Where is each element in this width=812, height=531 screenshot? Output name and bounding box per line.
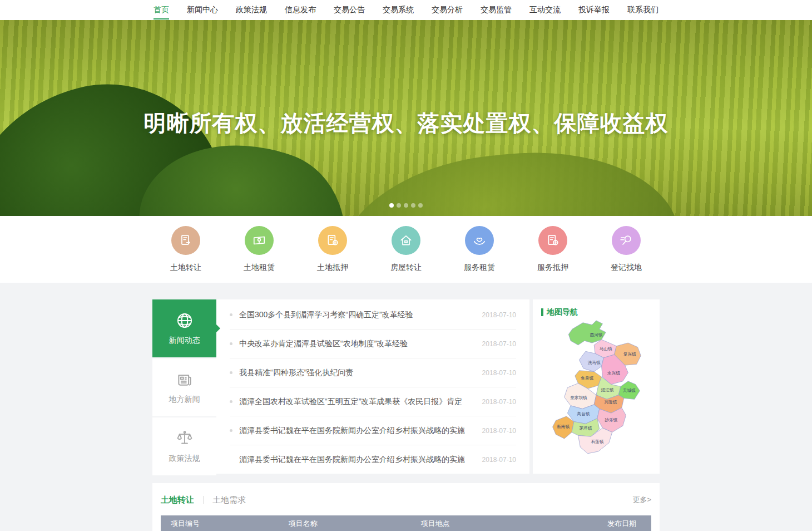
map-town-label: 湄江镇 [601,387,614,392]
news-item[interactable]: 湄潭全国农村改革试验区“五明五定”改革成果获《农民日报》肯定 2018-07-1… [230,387,516,416]
news-title: 我县精准“四种形态”强化执纪问责 [239,368,473,378]
land-transfer-document-icon [171,226,200,255]
map-town-label: 茅坪镇 [579,426,592,431]
news-title: 湄潭全国农村改革试验区“五明五定”改革成果获《农民日报》肯定 [239,397,473,407]
hero-slogan: 明晰所有权、放活经营权、落实处置权、保障收益权 [0,108,812,139]
land-transfer-section: 土地转让 土地需求 更多> 项目编号 项目名称 项目地点 发布日期 [152,483,660,531]
tab-land-demand[interactable]: 土地需求 [212,495,246,505]
map-town-label: 天城镇 [623,388,636,393]
service-lease[interactable]: 服务租赁 [446,226,513,273]
news-item[interactable]: 中央改革办肯定湄潭县试验区“农地制度”改革经验 2018-07-10 [230,330,516,358]
service-label: 服务抵押 [537,263,568,273]
nav-item-trade-analysis[interactable]: 交易分析 [430,0,464,20]
column-header-publish-date: 发布日期 [597,519,651,529]
service-land-transfer[interactable]: 土地转让 [152,226,219,273]
map-town-label: 鱼泉镇 [581,376,593,381]
service-label: 登记找地 [611,263,642,273]
news-date: 2018-07-10 [482,398,516,406]
map-navigation-card: 地图导航 西河镇马山镇复兴镇洗马镇永兴镇鱼泉镇湄江镇天城镇皇家坝镇兴隆镇高台镇抄… [533,299,660,474]
news-sidebar: 新闻动态 地方新闻 政策法规 [152,299,216,475]
carousel-dot[interactable] [404,203,408,208]
service-house-transfer[interactable]: 房屋转让 [373,226,439,273]
service-land-pledge[interactable]: 押 土地抵押 [299,226,366,273]
news-item[interactable]: 我县精准“四种形态”强化执纪问责 2018-07-10 [230,358,516,387]
news-date: 2018-07-10 [482,311,516,319]
carousel-dot[interactable] [418,203,423,208]
globe-icon [175,311,194,330]
service-label: 房屋转让 [390,263,422,273]
nav-item-trade-system[interactable]: 交易系统 [382,0,415,20]
tab-divider [203,496,204,504]
nav-item-home[interactable]: 首页 [152,0,170,20]
carousel-dot[interactable] [397,203,401,208]
newspaper-icon [175,370,194,389]
map-town-label: 兴隆镇 [604,400,617,405]
sidebar-item-label: 新闻动态 [169,336,200,346]
town-map[interactable]: 西河镇马山镇复兴镇洗马镇永兴镇鱼泉镇湄江镇天城镇皇家坝镇兴隆镇高台镇抄乐镇新南镇… [541,319,651,463]
news-title: 湄潭县委书记魏在平在国务院新闻办公室介绍乡村振兴战略的实施 [239,426,473,436]
house-transfer-icon [392,226,420,255]
service-label: 土地转让 [170,263,201,273]
news-item[interactable]: 湄潭县委书记魏在平在国务院新闻办公室介绍乡村振兴战略的实施 2018-07-10 [230,416,516,445]
service-lease-hands-heart-icon [465,226,494,255]
news-date: 2018-07-10 [482,427,516,435]
nav-item-policy[interactable]: 政策法规 [235,0,268,20]
top-navigation-inner: 首页 新闻中心 政策法规 信息发布 交易公告 交易系统 交易分析 交易监管 互动… [152,0,660,20]
news-title: 湄潭县委书记魏在平在国务院新闻办公室介绍乡村振兴战略的实施 [239,455,473,465]
sidebar-item-local-news[interactable]: 地方新闻 [152,358,216,416]
nav-item-contact[interactable]: 联系我们 [626,0,660,20]
nav-item-trade-supervision[interactable]: 交易监管 [479,0,513,20]
service-pledge[interactable]: 押 服务抵押 [519,226,586,273]
news-title: 中央改革办肯定湄潭县试验区“农地制度”改革经验 [239,339,473,349]
svg-text:押: 押 [554,241,557,244]
bullet-icon [230,342,232,345]
tab-land-transfer[interactable]: 土地转让 [161,495,194,505]
carousel-dot[interactable] [411,203,415,208]
service-land-lease[interactable]: 土地租赁 [226,226,293,273]
nav-item-info-release[interactable]: 信息发布 [284,0,317,20]
map-town-label: 抄乐镇 [604,417,617,422]
sidebar-item-news-dynamics[interactable]: 新闻动态 [152,299,216,357]
map-town-label: 永兴镇 [607,371,620,376]
news-date: 2018-07-10 [482,340,516,348]
service-label: 服务租赁 [464,263,495,273]
map-town-label: 复兴镇 [623,352,636,357]
nav-item-complaint[interactable]: 投诉举报 [577,0,611,20]
land-pledge-document-icon: 押 [318,226,347,255]
news-date: 2018-07-10 [482,369,516,377]
map-town-label: 洗马镇 [588,360,601,365]
land-lease-map-pin-icon [245,226,274,255]
map-town-label: 新南镇 [557,424,570,429]
bullet-icon [230,371,232,374]
sidebar-item-label: 地方新闻 [169,395,200,405]
more-link[interactable]: 更多> [632,495,651,505]
bullet-icon [230,313,232,316]
column-header-project-name: 项目名称 [279,519,411,529]
map-town-label: 马山镇 [600,346,612,351]
news-item[interactable]: 湄潭县委书记魏在平在国务院新闻办公室介绍乡村振兴战略的实施 2018-07-10 [230,445,516,474]
carousel-dot[interactable] [389,203,394,208]
sidebar-item-policy[interactable]: 政策法规 [152,417,216,475]
map-town-label: 皇家坝镇 [570,395,587,400]
map-section-title: 地图导航 [547,307,578,317]
news-section: 新闻动态 地方新闻 政策法规 全国300 [152,299,660,475]
service-find-land[interactable]: 登记找地 [593,226,660,273]
table-header-row: 项目编号 项目名称 项目地点 发布日期 [161,515,651,531]
service-pledge-document-icon: 押 [538,226,567,255]
column-header-project-location: 项目地点 [411,519,597,529]
section-accent-bar [541,308,543,316]
nav-item-news-center[interactable]: 新闻中心 [186,0,219,20]
news-title: 全国300多个县到湄潭学习考察“四确五定”改革经验 [239,310,473,320]
news-list: 全国300多个县到湄潭学习考察“四确五定”改革经验 2018-07-10 中央改… [216,299,529,474]
service-label: 土地租赁 [244,263,275,273]
find-land-search-icon [612,226,641,255]
news-item[interactable]: 全国300多个县到湄潭学习考察“四确五定”改革经验 2018-07-10 [230,301,516,330]
nav-item-interaction[interactable]: 互动交流 [528,0,562,20]
scales-icon [175,429,194,448]
carousel-dots [0,203,812,208]
top-navigation: 首页 新闻中心 政策法规 信息发布 交易公告 交易系统 交易分析 交易监管 互动… [0,0,812,20]
map-town-label: 高台镇 [577,411,590,416]
news-date: 2018-07-10 [482,456,516,464]
nav-item-trade-notice[interactable]: 交易公告 [333,0,366,20]
svg-text:押: 押 [334,241,336,244]
